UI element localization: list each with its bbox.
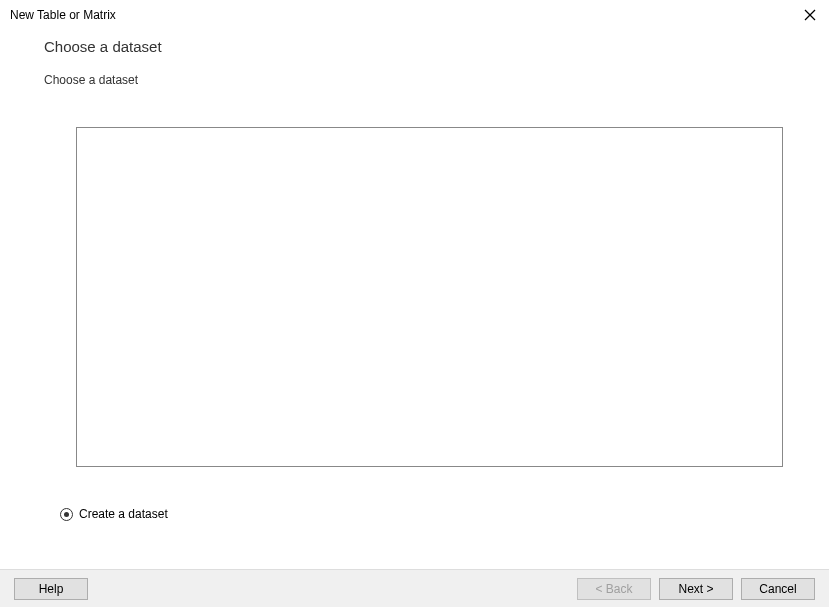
dataset-list[interactable]	[76, 127, 783, 467]
close-button[interactable]	[801, 6, 819, 24]
back-button[interactable]: < Back	[577, 578, 651, 600]
radio-checked-icon	[64, 512, 69, 517]
help-button[interactable]: Help	[14, 578, 88, 600]
close-icon	[804, 9, 816, 21]
radio-icon	[60, 508, 73, 521]
create-dataset-label: Create a dataset	[79, 507, 168, 521]
next-button[interactable]: Next >	[659, 578, 733, 600]
page-heading: Choose a dataset	[44, 38, 801, 55]
content-area: Choose a dataset Choose a dataset Create…	[0, 28, 829, 521]
titlebar: New Table or Matrix	[0, 0, 829, 28]
page-subheading: Choose a dataset	[44, 73, 801, 87]
footer: Help < Back Next > Cancel	[0, 569, 829, 607]
window-title: New Table or Matrix	[10, 8, 116, 22]
create-dataset-radio[interactable]: Create a dataset	[60, 507, 801, 521]
cancel-button[interactable]: Cancel	[741, 578, 815, 600]
